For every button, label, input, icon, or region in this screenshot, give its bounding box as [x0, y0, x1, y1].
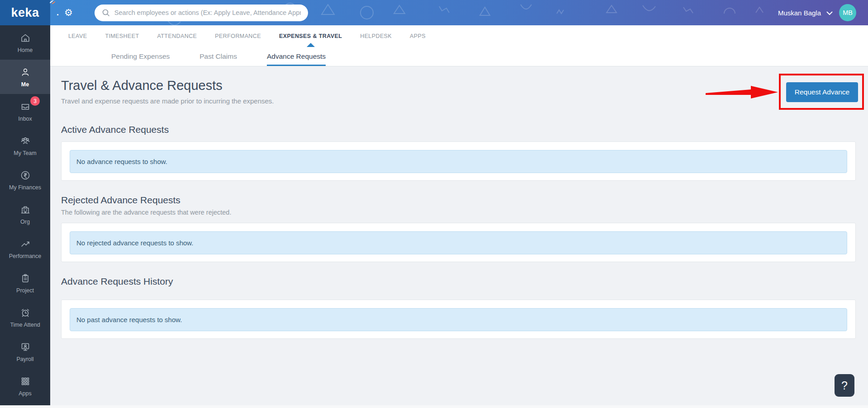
tab-timesheet[interactable]: TIMESHEET: [96, 25, 148, 47]
tab-label: TIMESHEET: [105, 33, 139, 39]
gear-icon[interactable]: ⚙︎: [64, 7, 73, 18]
tab-label: ATTENDANCE: [157, 33, 197, 39]
tab-label: EXPENSES & TRAVEL: [279, 33, 342, 39]
section-heading-history: Advance Requests History: [61, 276, 173, 287]
sidebar-item-label: Inbox: [18, 116, 32, 122]
keka-logo-text: keka: [11, 6, 39, 20]
user-icon: [20, 66, 31, 78]
sidebar-item-my-team[interactable]: My Team: [0, 128, 50, 163]
empty-state-alert: No advance requests to show.: [70, 150, 847, 173]
sidebar-item-payroll[interactable]: Payroll: [0, 334, 50, 369]
annotation-arrow-icon: [706, 83, 778, 102]
page-subtitle: Travel and expense requests are made pri…: [61, 97, 274, 105]
user-menu: Muskan Bagla MB: [778, 0, 856, 25]
global-search[interactable]: [95, 5, 308, 21]
sidebar-item-label: Performance: [9, 253, 42, 259]
building-icon: [20, 204, 31, 216]
sidebar-item-apps[interactable]: Apps: [0, 369, 50, 403]
sidebar-item-label: Org: [20, 219, 30, 225]
rupee-icon: [20, 169, 31, 181]
sidebar-item-label: Home: [18, 47, 33, 53]
sidebar-item-label: Apps: [19, 390, 32, 397]
empty-state-alert: No past advance requests to show.: [70, 308, 847, 331]
tab-label: PERFORMANCE: [215, 33, 261, 39]
section-heading-rejected: Rejected Advance Requests: [61, 195, 180, 206]
clipboard-icon: [20, 272, 31, 284]
sidebar-item-inbox[interactable]: 3 Inbox: [0, 94, 50, 128]
sub-nav: Pending Expenses Past Claims Advance Req…: [50, 47, 868, 66]
subtab-advance-requests[interactable]: Advance Requests: [267, 47, 326, 66]
payroll-monitor-icon: [20, 341, 31, 353]
inbox-count-badge: 3: [30, 96, 40, 106]
avatar[interactable]: MB: [839, 4, 856, 21]
tab-label: HELPDESK: [360, 33, 392, 39]
sidebar-item-label: Payroll: [16, 356, 33, 362]
sidebar-item-performance[interactable]: Performance: [0, 231, 50, 266]
sidebar-item-org[interactable]: Org: [0, 197, 50, 231]
content-area: Travel & Advance Requests Travel and exp…: [50, 66, 868, 405]
sidebar-item-label: Project: [16, 287, 34, 294]
tab-leave[interactable]: LEAVE: [59, 25, 96, 47]
subtab-past-claims[interactable]: Past Claims: [199, 47, 237, 66]
sidebar-item-label: Time Attend: [10, 322, 40, 328]
bottom-edge-strip: [0, 405, 868, 408]
tab-helpdesk[interactable]: HELPDESK: [351, 25, 401, 47]
sidebar-item-time-attend[interactable]: Time Attend: [0, 300, 50, 334]
search-icon: [102, 9, 110, 17]
logo-spark-icon: [49, 0, 57, 4]
request-advance-button[interactable]: Request Advance: [786, 82, 858, 102]
sidebar: keka Home Me 3: [0, 0, 50, 405]
header-dot: .: [57, 10, 59, 15]
top-header: . ⚙︎ Muskan Bagla MB: [50, 0, 868, 25]
sidebar-item-home[interactable]: Home: [0, 25, 50, 60]
tab-apps[interactable]: APPS: [401, 25, 435, 47]
chevron-down-icon[interactable]: [826, 11, 833, 15]
history-requests-card: No past advance requests to show.: [61, 300, 856, 339]
team-icon: [19, 135, 31, 147]
help-button[interactable]: ?: [835, 374, 854, 397]
inbox-icon: [20, 101, 31, 113]
active-requests-card: No advance requests to show.: [61, 141, 856, 181]
search-input[interactable]: [114, 9, 301, 16]
rejected-requests-card: No rejected advance requests to show.: [61, 223, 856, 262]
main-nav: LEAVE TIMESHEET ATTENDANCE PERFORMANCE E…: [50, 25, 868, 47]
keka-app: keka Home Me 3: [0, 0, 868, 408]
tab-label: APPS: [410, 33, 426, 39]
sidebar-item-me[interactable]: Me: [0, 60, 50, 94]
home-icon: [20, 32, 31, 44]
sidebar-item-label: My Team: [14, 150, 36, 156]
sidebar-items: Home Me 3 Inbox My Team: [0, 25, 50, 403]
sidebar-item-label: Me: [21, 81, 29, 88]
grid-icon: [20, 375, 31, 387]
user-name[interactable]: Muskan Bagla: [778, 9, 821, 17]
alarm-clock-icon: [20, 307, 31, 319]
sidebar-item-project[interactable]: Project: [0, 266, 50, 300]
tab-label: LEAVE: [68, 33, 87, 39]
trend-up-icon: [20, 238, 31, 250]
sidebar-item-label: My Finances: [9, 184, 41, 191]
tab-performance[interactable]: PERFORMANCE: [206, 25, 270, 47]
active-tab-caret: [307, 43, 315, 47]
tab-expenses-travel[interactable]: EXPENSES & TRAVEL: [270, 25, 351, 47]
page-title: Travel & Advance Requests: [61, 78, 223, 93]
section-subtitle-rejected: The following are the advance requests t…: [61, 209, 231, 216]
sidebar-item-my-finances[interactable]: My Finances: [0, 163, 50, 197]
keka-logo[interactable]: keka: [0, 0, 50, 25]
tab-attendance[interactable]: ATTENDANCE: [148, 25, 206, 47]
empty-state-alert: No rejected advance requests to show.: [70, 231, 847, 254]
subtab-pending-expenses[interactable]: Pending Expenses: [111, 47, 170, 66]
section-heading-active: Active Advance Requests: [61, 124, 169, 135]
